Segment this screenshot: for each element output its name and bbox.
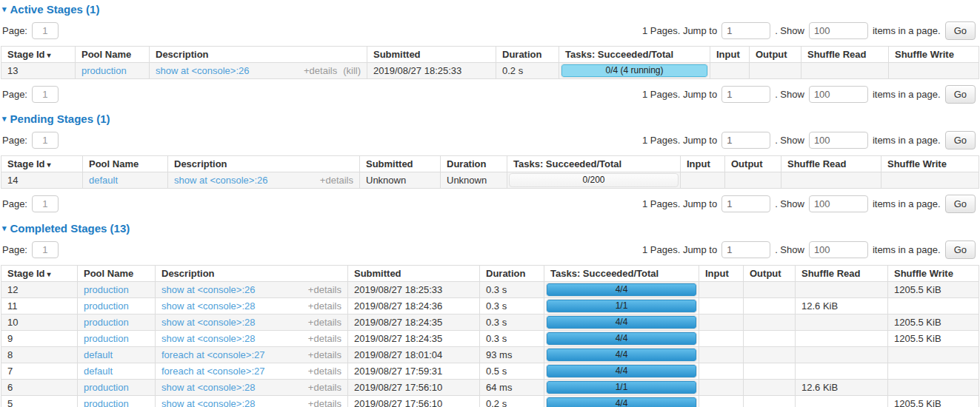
header-row: Stage Id▾Pool NameDescriptionSubmittedDu… [1,156,979,172]
column-header-shuffle-read[interactable]: Shuffle Read [781,156,881,172]
column-header-output[interactable]: Output [725,156,781,172]
details-link[interactable]: +details [308,382,341,393]
page-number-input[interactable] [32,195,59,212]
details-link[interactable]: +details [308,284,341,295]
pool-name-link[interactable]: production [84,317,129,328]
items-per-page-text: items in a page. [873,89,941,100]
column-header-output[interactable]: Output [744,266,796,282]
details-link[interactable]: +details [308,333,341,344]
jump-to-page-input[interactable] [721,195,770,212]
column-header-stage-id[interactable]: Stage Id▾ [1,47,76,63]
pool-name-link[interactable]: default [89,175,118,186]
details-link[interactable]: +details [308,349,341,360]
pool-name-link[interactable]: production [84,382,129,393]
pages-count-text: 1 Pages. Jump to [642,244,717,255]
pool-name-link[interactable]: production [84,300,129,312]
column-header-description[interactable]: Description [156,266,348,282]
section-title-completed[interactable]: ▾Completed Stages (13) [2,222,980,235]
column-header-shuffle-write[interactable]: Shuffle Write [881,156,979,172]
column-header-description[interactable]: Description [150,47,367,63]
column-header-shuffle-read[interactable]: Shuffle Read [796,266,888,282]
shuffle-read-cell: 12.6 KiB [796,380,888,396]
column-header-shuffle-write[interactable]: Shuffle Write [888,266,979,282]
section-title-active[interactable]: ▾Active Stages (1) [2,3,980,16]
column-header-input[interactable]: Input [681,156,725,172]
column-header-tasks[interactable]: Tasks: Succeeded/Total [559,47,710,63]
description-link[interactable]: show at <console>:28 [161,317,302,328]
details-link[interactable]: +details [308,317,341,328]
pages-count-text: 1 Pages. Jump to [642,89,717,100]
column-header-stage-id[interactable]: Stage Id▾ [1,266,78,282]
column-header-shuffle-read[interactable]: Shuffle Read [801,47,889,63]
description-link[interactable]: show at <console>:28 [161,382,302,393]
details-link[interactable]: +details [304,65,337,76]
pager-right: 1 Pages. Jump to. Showitems in a page.Go [642,131,976,149]
section-title-pending[interactable]: ▾Pending Stages (1) [2,112,980,125]
pool-name-link[interactable]: production [84,333,129,344]
description-link[interactable]: foreach at <console>:27 [161,366,302,377]
description-link[interactable]: show at <console>:26 [174,175,314,186]
column-header-shuffle-write[interactable]: Shuffle Write [889,47,979,63]
go-button[interactable]: Go [945,21,976,40]
column-header-stage-id[interactable]: Stage Id▾ [1,156,83,172]
page-size-input[interactable] [809,22,868,39]
description-link[interactable]: show at <console>:26 [161,284,302,295]
column-header-duration[interactable]: Duration [496,47,559,63]
page-number-input[interactable] [32,241,59,258]
column-header-description[interactable]: Description [168,156,360,172]
shuffle-write-cell: 1205.5 KiB [888,331,979,347]
pool-name-link[interactable]: default [84,366,113,377]
description-link[interactable]: show at <console>:26 [156,65,298,76]
column-header-duration[interactable]: Duration [441,156,507,172]
jump-to-page-input[interactable] [721,241,770,258]
details-link[interactable]: +details [308,300,341,312]
jump-to-page-input[interactable] [721,132,770,149]
task-progress-label: 1/1 [547,381,696,394]
jump-to-page-input[interactable] [721,22,770,39]
go-button[interactable]: Go [945,195,976,213]
column-header-submitted[interactable]: Submitted [367,47,496,63]
column-header-pool-name[interactable]: Pool Name [76,47,150,63]
column-header-label: Shuffle Read [787,158,846,169]
page-label: Page: [2,135,27,146]
column-header-output[interactable]: Output [750,47,801,63]
column-header-duration[interactable]: Duration [480,266,544,282]
details-link[interactable]: +details [308,398,341,407]
column-header-tasks[interactable]: Tasks: Succeeded/Total [544,266,699,282]
column-header-pool-name[interactable]: Pool Name [83,156,168,172]
pool-name-link[interactable]: default [84,349,113,360]
description-link[interactable]: foreach at <console>:27 [161,349,302,360]
pager-pending-bottom: Page:1 Pages. Jump to. Showitems in a pa… [0,194,980,214]
kill-link[interactable]: (kill) [343,65,361,76]
details-link[interactable]: +details [308,366,341,377]
pool-name-link[interactable]: production [81,65,127,76]
column-header-label: Submitted [366,158,413,169]
column-header-input[interactable]: Input [710,47,750,63]
page-size-input[interactable] [809,195,868,212]
go-button[interactable]: Go [945,240,976,259]
page-size-input[interactable] [809,241,868,258]
jump-to-page-input[interactable] [721,86,770,103]
page-size-input[interactable] [809,86,868,103]
details-link[interactable]: +details [320,175,353,186]
column-header-pool-name[interactable]: Pool Name [78,266,156,282]
page-size-input[interactable] [809,132,868,149]
column-header-tasks[interactable]: Tasks: Succeeded/Total [507,156,681,172]
description-link[interactable]: show at <console>:28 [161,333,302,344]
task-progress-bar: 0/200 [509,173,679,187]
page-number-input[interactable] [32,132,59,149]
pool-name-link[interactable]: production [84,398,129,407]
column-header-submitted[interactable]: Submitted [348,266,480,282]
go-button[interactable]: Go [945,131,976,149]
page-number-input[interactable] [32,86,59,103]
page-number-input[interactable] [32,22,59,39]
submitted-cell: 2019/08/27 18:24:36 [348,298,480,314]
go-button[interactable]: Go [945,85,976,104]
description-link[interactable]: show at <console>:28 [161,300,302,312]
pool-name-link[interactable]: production [84,284,129,295]
stages-table-active: Stage Id▾Pool NameDescriptionSubmittedDu… [1,46,979,79]
column-header-submitted[interactable]: Submitted [360,156,441,172]
column-header-input[interactable]: Input [699,266,744,282]
description-link[interactable]: show at <console>:28 [161,398,302,407]
pages-count-text: 1 Pages. Jump to [642,25,717,36]
